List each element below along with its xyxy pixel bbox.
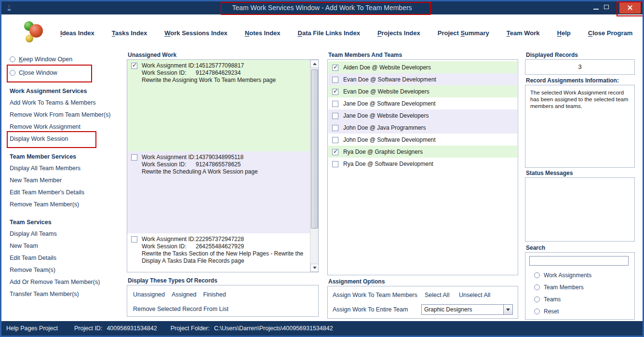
search-input[interactable] <box>529 256 629 266</box>
sidebar-link-display-all-team-members[interactable]: Display All Team Members <box>10 162 128 175</box>
vertical-scrollbar[interactable] <box>310 60 318 272</box>
team-member-label: Aiden Doe @ Website Developers <box>343 64 431 71</box>
team-member-row[interactable]: Jane Doe @ Website Developers <box>328 109 517 121</box>
sidebar-link-add-work-to-teams-members[interactable]: Add Work To Teams & Members <box>10 97 128 109</box>
filter-link-assigned[interactable]: Assigned <box>172 291 196 298</box>
nav-item-project-summary[interactable]: Project Summary <box>438 29 489 37</box>
team-member-label: Rya Doe @ Software Development <box>343 161 433 167</box>
team-member-row[interactable]: Rya Doe @ Software Development <box>328 158 517 170</box>
team-member-row[interactable]: John Doe @ Java Programmers <box>328 121 517 134</box>
sidebar-link-edit-team-members-details[interactable]: Edit Team Member's Details <box>10 187 128 199</box>
sidebar-link-new-team[interactable]: New Team <box>10 240 128 252</box>
sidebar-link-remove-work-from-team-members[interactable]: Remove Work From Team Member(s) <box>10 109 128 121</box>
scrollbar-thumb[interactable] <box>311 69 318 229</box>
nav-item-tasks-index[interactable]: Tasks Index <box>112 29 147 37</box>
team-member-checkbox[interactable] <box>332 125 338 131</box>
team-member-checkbox[interactable] <box>332 101 338 107</box>
sidebar-link-remove-team-members[interactable]: Remove Team Member(s) <box>10 199 128 211</box>
unselect-all-link[interactable]: Unselect All <box>459 292 490 298</box>
nav-item-help[interactable]: Help <box>557 29 571 37</box>
search-option-team-members[interactable]: Team Members <box>534 281 632 293</box>
radio-icon[interactable] <box>10 56 15 62</box>
select-all-link[interactable]: Select All <box>425 292 449 298</box>
assign-work-to-entire-team-link[interactable]: Assign Work To Entire Team <box>333 306 408 313</box>
sidebar-link-new-team-member[interactable]: New Team Member <box>10 175 128 187</box>
sidebar-link-display-all-teams[interactable]: Display All Teams <box>10 228 128 240</box>
team-member-row[interactable]: Jane Doe @ Software Development <box>328 97 517 109</box>
team-select-dropdown[interactable]: Graphic Designers <box>421 304 513 315</box>
work-assignment-item[interactable]: Work Assignment ID:145125777098817 Work … <box>127 60 310 151</box>
work-session-id-value: 91247865578625 <box>196 161 241 168</box>
team-member-checkbox[interactable] <box>332 65 338 71</box>
sidebar-link-remove-work-assignment[interactable]: Remove Work Assignment <box>10 121 128 133</box>
search-option-reset[interactable]: Reset <box>534 305 632 317</box>
filter-link-finished[interactable]: Finished <box>203 291 226 298</box>
minimize-button[interactable] <box>593 9 599 10</box>
team-member-row[interactable]: Rya Doe @ Graphic Designers <box>328 146 517 158</box>
radio-icon[interactable] <box>10 70 15 76</box>
work-assignment-item[interactable]: Work Assignment ID:222957372947228 Work … <box>127 233 310 272</box>
close-button[interactable] <box>619 1 641 14</box>
group-title: Team Members And Teams <box>328 52 518 58</box>
team-member-label: Jane Doe @ Software Development <box>343 100 436 107</box>
team-member-checkbox[interactable] <box>332 89 338 95</box>
sidebar-section-team-member-services: Team Member Services <box>10 151 128 162</box>
radio-keep-window-open[interactable]: Keep Window Open <box>10 53 128 66</box>
group-title: Record Assignments Information: <box>526 77 635 84</box>
search-option-label: Team Members <box>544 284 584 291</box>
assign-work-to-team-members-link[interactable]: Assign Work To Team Members <box>333 292 417 298</box>
sidebar-link-display-work-session[interactable]: Display Work Session <box>10 133 128 145</box>
group-title: Assignment Options <box>328 278 518 285</box>
work-assignment-id-value: 222957372947228 <box>196 236 244 243</box>
work-assignment-item[interactable]: Work Assignment ID:143790348995118 Work … <box>127 151 310 233</box>
sidebar-link-transfer-team-members[interactable]: Transfer Team Member(s) <box>10 288 128 300</box>
team-member-checkbox[interactable] <box>332 137 338 143</box>
team-member-row[interactable]: John Doe @ Software Development <box>328 134 517 146</box>
radio-icon[interactable] <box>534 309 540 314</box>
nav-item-data-file-links-index[interactable]: Data File Links Index <box>298 29 360 37</box>
sidebar-link-edit-team-details[interactable]: Edit Team Details <box>10 252 128 264</box>
assignment-options-box: Assign Work To Team Members Select All U… <box>327 286 518 319</box>
search-option-work-assignments[interactable]: Work Assignments <box>534 269 632 281</box>
nav-item-ideas-index[interactable]: Ideas Index <box>60 29 94 37</box>
dropdown-button[interactable] <box>503 305 512 314</box>
radio-label: Close Window <box>19 69 57 76</box>
scroll-down-button[interactable] <box>310 264 319 272</box>
team-member-checkbox[interactable] <box>332 113 338 119</box>
project-folder-label: Project Folder: <box>171 325 210 332</box>
nav-item-team-work[interactable]: Team Work <box>507 29 540 37</box>
radio-icon[interactable] <box>534 272 540 278</box>
remove-selected-record-link[interactable]: Remove Selected Record From List <box>133 306 228 312</box>
nav-item-projects-index[interactable]: Projects Index <box>377 29 420 37</box>
search-option-teams[interactable]: Teams <box>534 293 632 305</box>
nav-item-work-sessions-index[interactable]: Work Sessions Index <box>164 29 228 37</box>
work-session-id-value: 264255484627929 <box>196 243 244 250</box>
team-member-row[interactable]: Evan Doe @ Website Developers <box>328 85 517 97</box>
work-session-id-label: Work Session ID: <box>142 243 196 250</box>
project-id-value: 400956931534842 <box>107 325 157 332</box>
nav-item-close-program[interactable]: Close Program <box>588 29 632 37</box>
work-item-checkbox[interactable] <box>131 154 137 161</box>
work-item-body: Work Assignment ID:145125777098817 Work … <box>142 62 276 84</box>
work-item-list: Work Assignment ID:145125777098817 Work … <box>127 60 310 272</box>
work-item-body: Work Assignment ID:222957372947228 Work … <box>142 236 306 265</box>
filter-link-unassigned[interactable]: Unassigned <box>133 291 165 298</box>
team-member-row[interactable]: Aiden Doe @ Website Developers <box>328 61 517 73</box>
work-item-checkbox[interactable] <box>131 63 137 69</box>
team-member-checkbox[interactable] <box>332 77 338 83</box>
radio-icon[interactable] <box>534 284 540 290</box>
group-title: Displayed Records <box>526 52 635 58</box>
nav-item-notes-index[interactable]: Notes Index <box>245 29 281 37</box>
work-item-checkbox[interactable] <box>131 236 137 243</box>
radio-icon[interactable] <box>534 297 540 302</box>
team-member-checkbox[interactable] <box>332 149 338 155</box>
work-assignment-id-label: Work Assignment ID: <box>142 236 196 243</box>
search-option-label: Reset <box>544 308 559 315</box>
maximize-button[interactable] <box>604 5 609 9</box>
team-member-checkbox[interactable] <box>332 161 338 167</box>
scroll-up-button[interactable] <box>310 60 319 68</box>
sidebar-link-add-or-remove-team-members[interactable]: Add Or Remove Team Member(s) <box>10 276 128 288</box>
team-member-row[interactable]: Evan Doe @ Software Development <box>328 73 517 85</box>
sidebar-link-remove-teams[interactable]: Remove Team(s) <box>10 264 128 276</box>
radio-close-window[interactable]: Close Window <box>10 66 128 80</box>
